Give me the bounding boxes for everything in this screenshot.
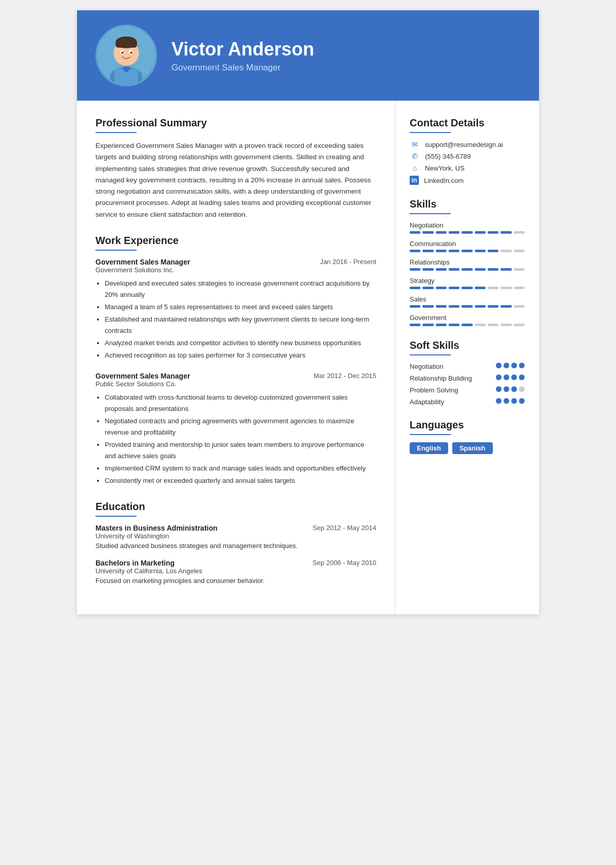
languages-underline bbox=[410, 434, 451, 435]
edu-item: Bachelors in Marketing Sep 2006 - May 20… bbox=[95, 559, 376, 585]
skill-segment bbox=[449, 268, 459, 271]
job-header: Government Sales Manager Mar 2012 - Dec … bbox=[95, 372, 376, 380]
svg-rect-5 bbox=[116, 41, 137, 48]
skill-segment bbox=[449, 287, 459, 289]
skills-underline bbox=[410, 213, 451, 214]
skill-segment bbox=[410, 250, 420, 252]
contact-value: (555) 345-6789 bbox=[425, 153, 471, 160]
job-company: Government Solutions Inc. bbox=[95, 266, 376, 274]
skill-dot bbox=[496, 374, 502, 380]
location-icon: ⌂ bbox=[410, 164, 420, 172]
skill-bar bbox=[410, 287, 525, 289]
edu-degree: Masters in Business Administration bbox=[95, 524, 218, 532]
job-bullet: Analyzed market trends and competitor ac… bbox=[105, 337, 376, 349]
header-text: Victor Anderson Government Sales Manager bbox=[171, 38, 314, 72]
edu-header: Masters in Business Administration Sep 2… bbox=[95, 524, 376, 532]
job-title: Government Sales Manager bbox=[95, 258, 190, 266]
skill-segment bbox=[410, 287, 420, 289]
edu-header: Bachelors in Marketing Sep 2006 - May 20… bbox=[95, 559, 376, 567]
skill-dot bbox=[519, 398, 525, 404]
edu-desc: Focused on marketing principles and cons… bbox=[95, 577, 376, 585]
svg-point-8 bbox=[122, 51, 124, 53]
skill-segment bbox=[461, 305, 472, 308]
skill-dot bbox=[504, 398, 509, 404]
job-item: Government Sales Manager Jan 2016 - Pres… bbox=[95, 258, 376, 362]
skill-segment bbox=[475, 324, 486, 326]
soft-skill-name: Problem Solving bbox=[410, 386, 496, 394]
soft-skills-section: Soft Skills Negotiation Relationship Bui… bbox=[410, 340, 525, 406]
resume-document: Victor Anderson Government Sales Manager… bbox=[77, 10, 539, 614]
skill-segment bbox=[488, 324, 498, 326]
languages-title: Languages bbox=[410, 419, 525, 431]
job-bullets: Collaborated with cross-functional teams… bbox=[95, 392, 376, 487]
skill-name: Relationships bbox=[410, 258, 525, 266]
skill-name: Communication bbox=[410, 240, 525, 248]
contact-value: LinkedIn.com bbox=[424, 177, 464, 184]
right-column: Contact Details ✉ support@resumedesign.a… bbox=[395, 101, 539, 614]
skill-segment bbox=[488, 305, 498, 308]
dots-container bbox=[496, 398, 525, 404]
skill-segment bbox=[422, 324, 433, 326]
soft-skill-name: Relationship Building bbox=[410, 374, 496, 382]
skill-segment bbox=[500, 324, 511, 326]
skill-bar bbox=[410, 231, 525, 234]
soft-skills-list: Negotiation Relationship Building Proble… bbox=[410, 363, 525, 406]
job-bullet: Established and maintained relationships… bbox=[105, 314, 376, 336]
edu-school: University of California, Los Angeles bbox=[95, 567, 376, 575]
edu-degree: Bachelors in Marketing bbox=[95, 559, 175, 567]
skill-segment bbox=[422, 231, 433, 234]
contact-item: in LinkedIn.com bbox=[410, 176, 525, 185]
skill-segment bbox=[500, 250, 511, 252]
skill-segment bbox=[461, 231, 472, 234]
skill-item: Relationships bbox=[410, 258, 525, 271]
edu-date: Sep 2006 - May 2010 bbox=[313, 559, 376, 567]
resume-body: Professional Summary Experienced Governm… bbox=[77, 101, 539, 614]
contact-underline bbox=[410, 132, 451, 133]
skill-item: Government bbox=[410, 314, 525, 326]
skill-segment bbox=[436, 305, 447, 308]
skill-dot bbox=[519, 363, 525, 368]
edu-date: Sep 2012 - May 2014 bbox=[313, 524, 376, 532]
language-tag: English bbox=[410, 442, 448, 454]
skill-segment bbox=[475, 250, 486, 252]
skill-segment bbox=[410, 324, 420, 326]
education-title: Education bbox=[95, 501, 376, 513]
edu-item: Masters in Business Administration Sep 2… bbox=[95, 524, 376, 550]
job-bullet: Implemented CRM system to track and mana… bbox=[105, 463, 376, 474]
email-icon: ✉ bbox=[410, 140, 420, 148]
summary-underline bbox=[95, 132, 137, 133]
soft-skills-title: Soft Skills bbox=[410, 340, 525, 351]
skill-segment bbox=[488, 250, 498, 252]
contact-section: Contact Details ✉ support@resumedesign.a… bbox=[410, 117, 525, 185]
skill-segment bbox=[436, 324, 447, 326]
skill-segment bbox=[500, 305, 511, 308]
skill-name: Government bbox=[410, 314, 525, 322]
languages-section: Languages EnglishSpanish bbox=[410, 419, 525, 454]
skill-segment bbox=[514, 231, 525, 234]
skill-segment bbox=[461, 287, 472, 289]
contact-item: ✉ support@resumedesign.ai bbox=[410, 140, 525, 148]
skill-segment bbox=[514, 250, 525, 252]
skill-segment bbox=[436, 268, 447, 271]
job-title: Government Sales Manager bbox=[95, 372, 190, 380]
skill-name: Negotiation bbox=[410, 221, 525, 229]
edu-school: University of Washington bbox=[95, 532, 376, 540]
skill-segment bbox=[422, 305, 433, 308]
skill-dot bbox=[496, 363, 502, 368]
soft-skill-name: Adaptability bbox=[410, 398, 496, 406]
skill-segment bbox=[436, 231, 447, 234]
job-bullet: Negotiated contracts and pricing agreeme… bbox=[105, 416, 376, 438]
avatar bbox=[95, 25, 157, 86]
skill-segment bbox=[514, 268, 525, 271]
contact-item: ⌂ NewYork, US bbox=[410, 164, 525, 172]
skill-dot bbox=[511, 363, 517, 368]
skill-bar bbox=[410, 305, 525, 308]
education-list: Masters in Business Administration Sep 2… bbox=[95, 524, 376, 585]
job-date: Mar 2012 - Dec 2015 bbox=[314, 372, 376, 380]
edu-underline bbox=[95, 516, 137, 517]
skills-title: Skills bbox=[410, 198, 525, 210]
soft-skill-item: Negotiation bbox=[410, 363, 525, 370]
skill-bar bbox=[410, 268, 525, 271]
skill-segment bbox=[514, 305, 525, 308]
contact-value: NewYork, US bbox=[425, 164, 465, 172]
